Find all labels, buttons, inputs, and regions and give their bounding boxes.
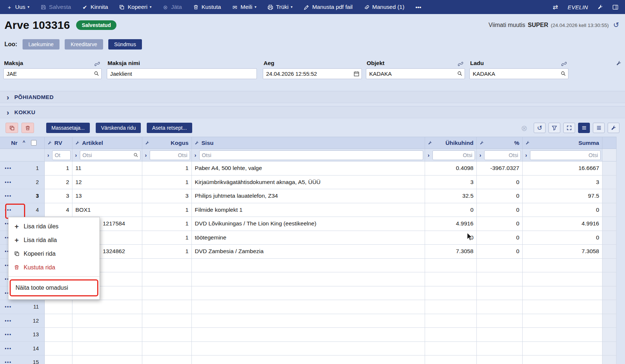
expand-search-icon[interactable]: › xyxy=(73,152,79,158)
cell-pct[interactable]: 0 xyxy=(477,189,523,203)
grid-settings-button[interactable] xyxy=(608,123,619,133)
cell-rv[interactable]: 2 xyxy=(45,176,72,190)
search-summa-input[interactable] xyxy=(530,150,601,160)
cell-yhikuhind[interactable] xyxy=(425,314,477,328)
cell-artikkel[interactable]: 11 xyxy=(72,161,142,176)
cell-rv[interactable]: 3 xyxy=(45,189,72,203)
cell-kogus[interactable]: 1 xyxy=(142,217,192,231)
cell-yhikuhind[interactable]: 0.4098 xyxy=(425,161,477,176)
cell-yhikuhind[interactable] xyxy=(425,272,477,286)
cell-sisu[interactable] xyxy=(192,272,425,286)
cell-pct[interactable] xyxy=(477,286,523,300)
cell-rv[interactable] xyxy=(45,342,72,356)
col-header-sisu[interactable]: Sisu xyxy=(192,137,425,149)
wrench-icon[interactable] xyxy=(145,141,149,145)
search-rv-input[interactable] xyxy=(52,150,71,160)
wrench-icon[interactable] xyxy=(48,141,52,145)
topbar-item-truki[interactable]: Trüki▾ xyxy=(268,4,293,10)
topbar-item-meili[interactable]: ✉Meili▾ xyxy=(232,4,257,10)
expand-search-icon[interactable]: › xyxy=(143,152,149,158)
cell-artikkel[interactable]: BOX1 xyxy=(72,203,142,217)
cell-pct[interactable]: -3967.0327 xyxy=(477,161,523,176)
cell-sisu[interactable] xyxy=(192,286,425,300)
cell-sisu[interactable]: DVD Lõvikuningas / The Lion King (eestik… xyxy=(192,217,425,231)
cell-yhikuhind[interactable]: 0 xyxy=(425,203,477,217)
topbar-item-salvesta[interactable]: Salvesta xyxy=(41,4,71,10)
expand-search-icon[interactable]: › xyxy=(45,152,51,158)
col-header-summa[interactable]: Summa xyxy=(523,137,602,149)
aseta-retsept-button[interactable]: Aseta retsept... xyxy=(147,123,192,133)
topbar-item-manusta-pdf[interactable]: Manusta pdf fail xyxy=(304,4,353,10)
cell-summa[interactable] xyxy=(523,356,602,364)
menu-item-lisa-rida-ules[interactable]: + Lisa rida üles xyxy=(9,220,99,233)
cell-pct[interactable] xyxy=(477,314,523,328)
topbar-item-jata[interactable]: ⊗Jäta xyxy=(163,4,182,10)
expand-search-icon[interactable]: › xyxy=(193,152,198,158)
row-menu-icon[interactable]: ••• xyxy=(0,305,12,309)
cell-artikkel[interactable]: 13 xyxy=(72,189,142,203)
topbar-item-manused[interactable]: Manused (1) xyxy=(364,4,404,10)
row-menu-icon[interactable]: ••• xyxy=(0,319,12,323)
cell-summa[interactable] xyxy=(523,300,602,314)
cell-rv[interactable]: 1 xyxy=(45,161,72,176)
expand-search-icon[interactable]: › xyxy=(426,152,431,158)
menu-item-kopeeri-rida[interactable]: Kopeeri rida xyxy=(9,247,99,261)
cell-pct[interactable] xyxy=(477,356,523,364)
search-artikkel-input[interactable] xyxy=(80,150,140,160)
cell-pct[interactable] xyxy=(477,328,523,342)
cell-pct[interactable]: 0 xyxy=(477,245,523,259)
row-menu-icon[interactable]: ••• xyxy=(0,360,12,364)
wrench-icon[interactable] xyxy=(480,141,484,145)
select-all-checkbox[interactable] xyxy=(31,140,37,146)
deselect-icon[interactable]: ⊗ xyxy=(521,124,527,132)
loo-laekumine-button[interactable]: Laekumine xyxy=(23,39,60,50)
objekt-input[interactable] xyxy=(366,68,465,79)
transfer-icon[interactable]: ⇄ xyxy=(553,4,558,10)
view-dense-button[interactable] xyxy=(578,123,590,133)
row-menu-icon[interactable]: ••• xyxy=(0,208,12,212)
search-icon[interactable] xyxy=(94,71,99,76)
view-normal-button[interactable] xyxy=(593,123,605,133)
cell-summa[interactable] xyxy=(523,286,602,300)
loo-kreeditarve-button[interactable]: Kreeditarve xyxy=(65,39,103,50)
cell-sisu[interactable]: töötegemine xyxy=(192,231,425,245)
cell-sisu[interactable]: Kirjaümbrikvägatähtisdokument aknaga, A5… xyxy=(192,176,425,190)
section-kokku[interactable]: › KOKKU xyxy=(0,106,625,118)
cell-pct[interactable] xyxy=(477,259,523,273)
cell-summa[interactable]: 0 xyxy=(523,231,602,245)
loo-sundmus-button[interactable]: Sündmus xyxy=(108,39,142,50)
cell-kogus[interactable] xyxy=(142,286,192,300)
cell-yhikuhind[interactable] xyxy=(425,300,477,314)
cell-kogus[interactable] xyxy=(142,259,192,273)
search-sisu-input[interactable] xyxy=(199,150,423,160)
cell-rv[interactable] xyxy=(45,328,72,342)
cell-pct[interactable]: 0 xyxy=(477,176,523,190)
topbar-item-more[interactable]: ••• xyxy=(415,4,421,10)
search-yhikuhind-input[interactable] xyxy=(432,150,475,160)
cell-artikkel[interactable] xyxy=(72,356,142,364)
cell-yhikuhind[interactable] xyxy=(425,356,477,364)
copy-rows-button[interactable] xyxy=(6,123,18,133)
cell-pct[interactable] xyxy=(477,342,523,356)
cell-sisu[interactable] xyxy=(192,314,425,328)
topbar-item-kinnita[interactable]: ✔Kinnita xyxy=(82,4,108,10)
cell-kogus[interactable]: 1 xyxy=(142,161,192,176)
search-pct-input[interactable] xyxy=(484,150,521,160)
topbar-item-kustuta[interactable]: Kustuta xyxy=(193,4,221,10)
cell-summa[interactable] xyxy=(523,328,602,342)
cell-pct[interactable]: 0 xyxy=(477,203,523,217)
search-icon[interactable] xyxy=(561,71,566,76)
cell-summa[interactable]: 16.6667 xyxy=(523,161,602,176)
menu-item-lisa-rida-alla[interactable]: + Lisa rida alla xyxy=(9,233,99,247)
delete-rows-button[interactable] xyxy=(21,123,34,133)
cell-artikkel[interactable] xyxy=(72,342,142,356)
wrench-icon[interactable] xyxy=(195,141,199,145)
cell-kogus[interactable] xyxy=(142,300,192,314)
link-icon[interactable] xyxy=(95,61,100,67)
col-header-yhikuhind[interactable]: Ühikuhind xyxy=(425,137,477,149)
menu-item-kustuta-rida[interactable]: Kustuta rida xyxy=(9,261,99,274)
cell-summa[interactable] xyxy=(523,259,602,273)
cell-sisu[interactable] xyxy=(192,300,425,314)
cell-sisu[interactable]: Filmide komplekt 1 xyxy=(192,203,425,217)
search-icon[interactable] xyxy=(133,153,138,157)
